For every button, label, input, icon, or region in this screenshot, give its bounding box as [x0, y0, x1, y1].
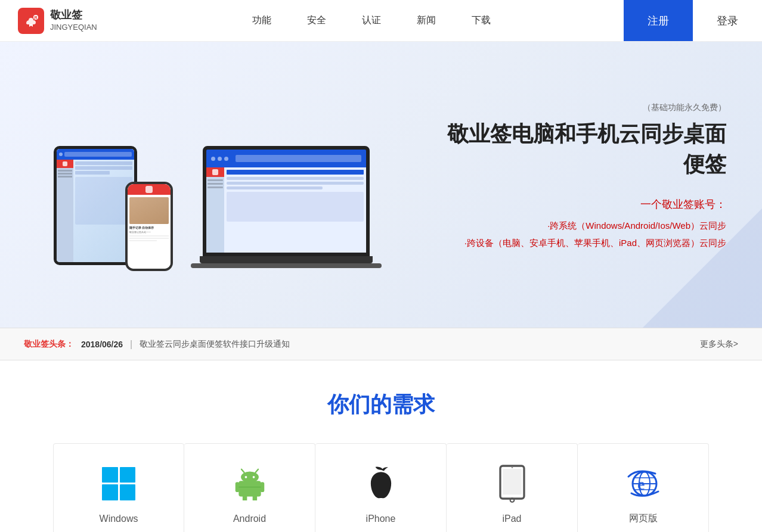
svg-rect-9 — [235, 482, 239, 492]
windows-icon — [98, 463, 140, 505]
dot3 — [224, 157, 228, 161]
phone-img-inner — [129, 197, 169, 224]
win-tile-4 — [120, 484, 136, 500]
windows-label: Windows — [100, 514, 138, 524]
logo-icon: R — [18, 8, 44, 34]
tablet-frame — [54, 146, 137, 265]
m-header — [227, 170, 364, 175]
s-line — [207, 186, 223, 188]
ie-icon: e — [622, 462, 664, 503]
svg-rect-15 — [503, 469, 522, 494]
nav-item-auth[interactable]: 认证 — [362, 14, 381, 27]
main-nav: 功能 安全 认证 新闻 下载 — [119, 14, 624, 27]
platform-card-iphone[interactable]: iPhone — [315, 443, 447, 532]
svg-rect-3 — [238, 481, 261, 496]
p-line — [129, 238, 169, 239]
iphone-label: iPhone — [366, 514, 396, 524]
platform-card-ipad[interactable]: iPad — [447, 443, 578, 532]
logo-area: R 敬业签 JINGYEQIAN — [0, 8, 119, 34]
m-line — [227, 186, 323, 189]
svg-rect-12 — [252, 494, 256, 500]
laptop-base — [200, 256, 373, 263]
m-line — [227, 177, 364, 180]
hero-subtitle: （基础功能永久免费） — [429, 102, 726, 113]
ticker-divider: | — [130, 339, 132, 350]
laptop-sidebar — [206, 167, 224, 253]
ts-items — [57, 168, 73, 179]
hero-feature-1: ·跨系统（Windows/Android/Ios/Web）云同步 — [429, 220, 726, 232]
hero-right: （基础功能永久免费） 敬业签电脑和手机云同步桌面便签 一个敬业签账号： ·跨系统… — [429, 102, 726, 255]
phone-screen: 随手记录 自动保存 敬业签让您从此一一 — [128, 184, 171, 269]
hero-feature-2: ·跨设备（电脑、安卓手机、苹果手机、iPad、网页浏览器）云同步 — [429, 238, 726, 249]
m-content — [227, 192, 364, 222]
t-line — [75, 171, 110, 175]
svg-rect-10 — [260, 482, 264, 492]
register-button[interactable]: 注册 — [624, 0, 693, 41]
t-line — [75, 166, 132, 170]
ipad-icon — [491, 463, 533, 505]
needs-section: 你们的需求 Windows — [0, 360, 762, 532]
sidebar-items — [206, 177, 224, 192]
hero-title: 敬业签电脑和手机云同步桌面便签 — [429, 119, 726, 179]
t-dot — [59, 153, 63, 156]
p-line — [129, 235, 169, 237]
svg-rect-11 — [242, 494, 246, 500]
sidebar-header — [206, 167, 224, 177]
svg-line-7 — [241, 469, 244, 472]
apple-icon — [360, 463, 402, 505]
phone-header — [128, 184, 171, 195]
win-tile-2 — [120, 467, 136, 483]
phone-frame: 随手记录 自动保存 敬业签让您从此一一 — [125, 182, 173, 271]
dot2 — [218, 157, 222, 161]
laptop-stand — [191, 263, 382, 268]
ticker-more[interactable]: 更多头条> — [700, 339, 738, 350]
t-line — [75, 161, 132, 165]
android-icon — [229, 463, 271, 505]
ticker-content: 敬业签云同步桌面便签软件接口升级通知 — [140, 339, 700, 350]
needs-title: 你们的需求 — [12, 390, 750, 419]
svg-text:e: e — [637, 475, 645, 493]
laptop-mockup — [191, 146, 382, 289]
ts-line — [58, 173, 72, 175]
laptop-main — [224, 167, 366, 253]
laptop-body — [206, 167, 366, 253]
svg-line-8 — [255, 469, 258, 472]
s-line — [207, 179, 223, 181]
tablet-mockup — [54, 146, 137, 265]
nav-item-security[interactable]: 安全 — [307, 14, 326, 27]
ts-line — [58, 170, 72, 172]
phone-text2: 敬业签让您从此一一 — [129, 231, 169, 234]
tablet-sidebar — [57, 160, 73, 262]
nav-item-news[interactable]: 新闻 — [417, 14, 436, 27]
svg-point-4 — [241, 471, 259, 483]
sidebar-logo — [212, 169, 218, 175]
ticker-label: 敬业签头条： — [24, 339, 74, 350]
win-tile-1 — [102, 467, 118, 483]
laptop-screen — [203, 146, 370, 256]
hero-account: 一个敬业签账号： — [429, 197, 726, 211]
win-icon-grid — [102, 467, 135, 500]
svg-point-6 — [252, 475, 255, 478]
phone-image — [129, 197, 169, 224]
brand-subtitle: JINGYEQIAN — [50, 23, 97, 32]
s-line — [207, 183, 223, 185]
ph-logo — [145, 186, 153, 193]
logo-text: 敬业签 JINGYEQIAN — [50, 8, 97, 32]
device-mockup: 随手记录 自动保存 敬业签让您从此一一 — [36, 69, 382, 289]
platform-card-web[interactable]: e 网页版 — [578, 443, 709, 532]
brand-name: 敬业签 — [50, 8, 97, 22]
t-content — [75, 177, 132, 225]
p-line — [129, 240, 157, 241]
platform-card-windows[interactable]: Windows — [53, 443, 184, 532]
svg-text:R: R — [34, 15, 37, 20]
tablet-body — [57, 160, 134, 262]
platform-card-android[interactable]: Android — [184, 443, 315, 532]
nav-item-download[interactable]: 下载 — [472, 14, 491, 27]
login-button[interactable]: 登录 — [693, 0, 762, 41]
android-label: Android — [233, 514, 266, 524]
nav-item-features[interactable]: 功能 — [252, 14, 271, 27]
news-ticker: 敬业签头条： 2018/06/26 | 敬业签云同步桌面便签软件接口升级通知 更… — [0, 328, 762, 360]
ts-logo — [63, 161, 67, 166]
tablet-screen — [57, 149, 134, 262]
svg-point-17 — [511, 466, 513, 468]
